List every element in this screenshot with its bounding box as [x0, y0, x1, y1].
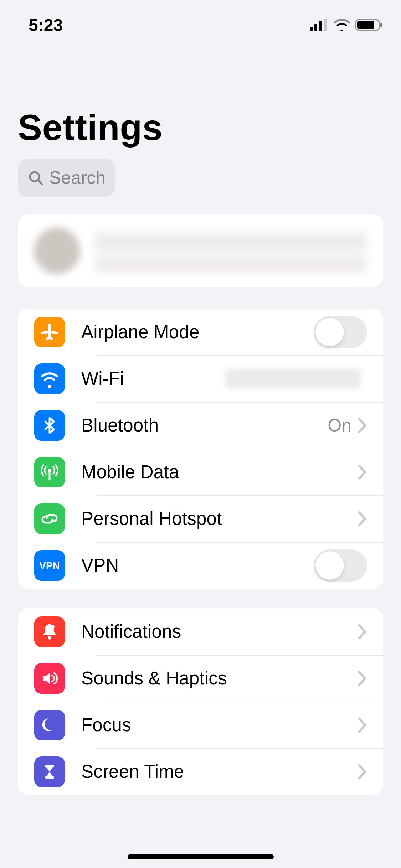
chevron-right-icon	[358, 464, 367, 480]
sounds-row[interactable]: Sounds & Haptics	[18, 655, 383, 702]
connectivity-group: Airplane Mode Wi-Fi Bluetooth On	[18, 309, 383, 589]
svg-point-12	[48, 636, 51, 640]
svg-line-8	[38, 180, 42, 184]
wifi-label: Wi-Fi	[81, 368, 225, 389]
svg-text:VPN: VPN	[39, 560, 60, 571]
mobile-data-label: Mobile Data	[81, 461, 358, 482]
search-icon	[28, 170, 43, 186]
chevron-right-icon	[358, 671, 367, 686]
personal-hotspot-label: Personal Hotspot	[81, 508, 358, 529]
notifications-row[interactable]: Notifications	[18, 608, 383, 655]
screen-time-label: Screen Time	[81, 761, 358, 782]
personal-hotspot-row[interactable]: Personal Hotspot	[18, 495, 383, 542]
bell-icon	[34, 616, 65, 647]
vpn-row[interactable]: VPN VPN	[18, 542, 383, 589]
status-time: 5:23	[29, 15, 63, 35]
avatar	[34, 228, 80, 274]
status-indicators	[310, 19, 383, 31]
chevron-right-icon	[358, 418, 367, 433]
vpn-toggle[interactable]	[314, 549, 367, 582]
airplane-icon	[34, 317, 65, 347]
notifications-label: Notifications	[81, 621, 358, 642]
bluetooth-icon	[34, 410, 65, 441]
svg-rect-14	[45, 765, 54, 767]
svg-rect-3	[324, 19, 327, 31]
speaker-icon	[34, 663, 65, 694]
focus-label: Focus	[81, 714, 358, 735]
moon-icon	[34, 710, 65, 740]
wifi-icon	[34, 363, 65, 394]
svg-rect-1	[314, 24, 317, 31]
chevron-right-icon	[358, 624, 367, 640]
cellular-icon	[310, 19, 328, 31]
airplane-mode-toggle[interactable]	[314, 316, 367, 348]
svg-rect-0	[310, 27, 313, 31]
hourglass-icon	[34, 756, 65, 787]
antenna-icon	[34, 457, 65, 487]
status-bar: 5:23	[0, 0, 401, 50]
home-indicator[interactable]	[128, 854, 274, 859]
vpn-icon: VPN	[34, 550, 65, 581]
battery-icon	[355, 19, 383, 31]
svg-rect-15	[45, 776, 54, 779]
page-title: Settings	[18, 107, 383, 149]
svg-rect-2	[319, 21, 322, 31]
wifi-row[interactable]: Wi-Fi	[18, 355, 383, 402]
airplane-mode-label: Airplane Mode	[81, 321, 314, 342]
bluetooth-row[interactable]: Bluetooth On	[18, 402, 383, 449]
bluetooth-value: On	[328, 415, 351, 436]
screen-time-row[interactable]: Screen Time	[18, 748, 383, 795]
profile-row[interactable]	[18, 214, 383, 287]
bluetooth-label: Bluetooth	[81, 415, 328, 436]
wifi-value-blurred	[225, 369, 361, 388]
alerts-group: Notifications Sounds & Haptics Focus	[18, 608, 383, 795]
mobile-data-row[interactable]: Mobile Data	[18, 449, 383, 495]
svg-rect-5	[357, 21, 374, 29]
svg-rect-6	[380, 23, 382, 27]
vpn-label: VPN	[81, 555, 314, 576]
profile-name-blurred	[94, 229, 367, 272]
chevron-right-icon	[358, 511, 367, 527]
chevron-right-icon	[358, 717, 367, 733]
search-placeholder: Search	[49, 167, 106, 188]
svg-point-13	[51, 625, 55, 629]
sounds-label: Sounds & Haptics	[81, 668, 358, 689]
chevron-right-icon	[358, 764, 367, 780]
focus-row[interactable]: Focus	[18, 702, 383, 748]
airplane-mode-row[interactable]: Airplane Mode	[18, 309, 383, 355]
wifi-status-icon	[333, 19, 350, 31]
link-icon	[34, 503, 65, 534]
search-input[interactable]: Search	[18, 159, 115, 197]
